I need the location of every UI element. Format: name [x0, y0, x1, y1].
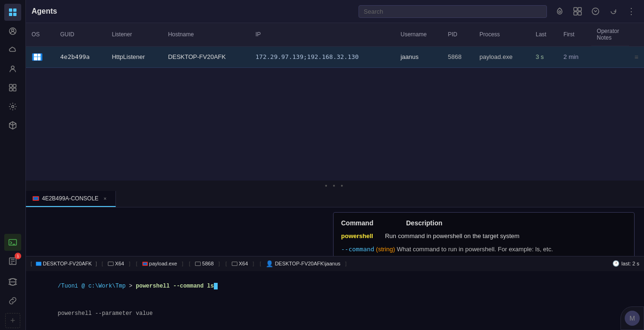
col-header-scroll [629, 23, 644, 46]
tooltip-main-row: powershell Run command in powershell on … [341, 231, 627, 241]
col-header-os: OS [26, 23, 55, 46]
status-user: DESKTOP-FV20AFK\jaanus [275, 261, 340, 266]
status-arch2: X64 [239, 261, 248, 266]
sidebar-item-packages[interactable] [4, 117, 21, 134]
sidebar-item-settings[interactable] [4, 98, 21, 115]
tooltip-header: Command Description [341, 219, 627, 227]
status-win-icon [36, 262, 41, 266]
col-header-first: First [558, 23, 591, 46]
console-tabs: 4E2B499A-CONSOLE × [26, 191, 644, 207]
console-tab-label: 4E2B499A-CONSOLE [42, 195, 98, 202]
console-param-line: powershell --parameter value [31, 300, 639, 327]
sidebar-item-listeners[interactable] [4, 23, 21, 40]
sidebar-item-network[interactable] [4, 273, 21, 290]
tooltip-param-0-name: --command [341, 246, 374, 253]
svg-rect-10 [13, 88, 16, 91]
status-right: 🕐 last: 2 s [612, 260, 639, 267]
sidebar-item-cloud[interactable] [4, 41, 21, 58]
agents-table: OS GUID Listener Hostname IP Username PI… [26, 23, 644, 68]
add-tab-button[interactable]: + [5, 313, 20, 328]
status-monitor-icon [108, 262, 114, 266]
sidebar-item-links[interactable] [4, 292, 21, 309]
user-avatar-area[interactable]: M [620, 306, 644, 330]
status-last: last: 2 s [621, 261, 639, 266]
refresh-icon[interactable] [606, 4, 620, 18]
col-header-last: Last [530, 23, 558, 46]
cell-scroll: ≡ [629, 46, 644, 67]
tooltip-col2-header: Description [406, 219, 627, 227]
header-icons: ⋮ [553, 4, 638, 18]
col-header-process: Process [474, 23, 530, 46]
svg-rect-17 [578, 8, 581, 11]
tooltip-param-0-type: (string) [376, 246, 395, 253]
windows-os-icon [32, 51, 43, 63]
tooltip-param-0-desc: What command to run in powershell. For e… [397, 246, 553, 253]
agents-header: Agents [26, 0, 644, 23]
status-process: payload.exe [149, 261, 177, 266]
sidebar-item-users[interactable] [4, 60, 21, 77]
svg-rect-2 [9, 13, 12, 16]
svg-rect-19 [578, 12, 581, 15]
search-input[interactable] [359, 5, 547, 18]
tab-agent-icon [33, 196, 39, 201]
status-user-icon: 👤 [266, 260, 273, 267]
cell-hostname: DESKTOP-FV20AFK [163, 46, 250, 67]
grid-view-icon[interactable] [571, 4, 585, 18]
main-content: Agents [26, 0, 644, 330]
prompt-command: powershell --command ls [136, 283, 214, 289]
cell-listener: HttpListener [106, 46, 162, 67]
col-header-guid: GUID [55, 23, 106, 46]
svg-rect-1 [13, 8, 16, 12]
status-process-item: payload.exe [142, 261, 177, 266]
filter-icon[interactable] [588, 4, 603, 18]
console-status-bar: [ DESKTOP-FV20AFK ] [ X64 ] [ payload.ex… [26, 256, 644, 271]
sidebar: 1 + [0, 0, 26, 330]
console-prompt-line: /Tuoni @ c:\Work\Tmp > powershell --comm… [31, 273, 639, 300]
tooltip-col1-header: Command [341, 219, 402, 227]
scroll-indicator-icon: ≡ [635, 53, 638, 61]
user-avatar: M [625, 311, 640, 326]
status-arch2-icon [232, 262, 237, 266]
divider-dots: • • • [325, 182, 345, 190]
tooltip-command-name: powershell [341, 232, 373, 239]
console-body: Command Description powershell Run comma… [26, 207, 644, 256]
prompt-param: powershell --parameter value [58, 310, 153, 317]
sidebar-item-plugins[interactable] [4, 79, 21, 96]
tasks-badge: 1 [15, 253, 21, 259]
status-arch2-item: X64 [232, 261, 248, 266]
svg-point-15 [559, 11, 561, 13]
svg-rect-8 [13, 84, 16, 87]
console-tab-close[interactable]: × [101, 195, 109, 202]
svg-point-11 [12, 106, 14, 108]
more-options-icon[interactable]: ⋮ [624, 4, 638, 18]
cell-pid: 5868 [442, 46, 474, 67]
rocket-icon[interactable] [553, 4, 567, 18]
svg-point-5 [12, 29, 14, 32]
prompt-arrow: > [126, 283, 136, 289]
prompt-path: /Tuoni @ c:\Work\Tmp [58, 283, 126, 289]
tooltip-command-desc: Run command in powershell on the target … [385, 232, 519, 239]
console-area: 4E2B499A-CONSOLE × Command Description p… [26, 191, 644, 330]
col-header-operator-notes: OperatorNotes [591, 23, 629, 46]
col-header-username: Username [395, 23, 442, 46]
svg-rect-16 [574, 8, 577, 11]
sidebar-item-agents[interactable] [4, 4, 21, 21]
status-pid-icon [195, 262, 201, 266]
console-input-area: /Tuoni @ c:\Work\Tmp > powershell --comm… [26, 271, 644, 330]
panel-divider[interactable]: • • • [26, 181, 644, 191]
status-hostname: DESKTOP-FV20AFK [43, 261, 92, 266]
svg-rect-0 [9, 8, 12, 12]
status-arch1: X64 [115, 261, 124, 266]
cell-os [26, 46, 55, 67]
status-user-item: 👤 DESKTOP-FV20AFK\jaanus [266, 260, 340, 267]
col-header-pid: PID [442, 23, 474, 46]
sidebar-item-console-active[interactable] [4, 234, 21, 251]
col-header-hostname: Hostname [163, 23, 250, 46]
table-row[interactable]: 4e2b499a HttpListener DESKTOP-FV20AFK 17… [26, 46, 644, 67]
console-tab-active[interactable]: 4E2B499A-CONSOLE × [26, 191, 116, 207]
status-pid-item: 5868 [195, 261, 213, 266]
svg-rect-7 [9, 84, 12, 87]
status-hostname-item: DESKTOP-FV20AFK [36, 261, 92, 266]
cursor [214, 283, 218, 289]
cell-last: 3 s [530, 46, 558, 67]
